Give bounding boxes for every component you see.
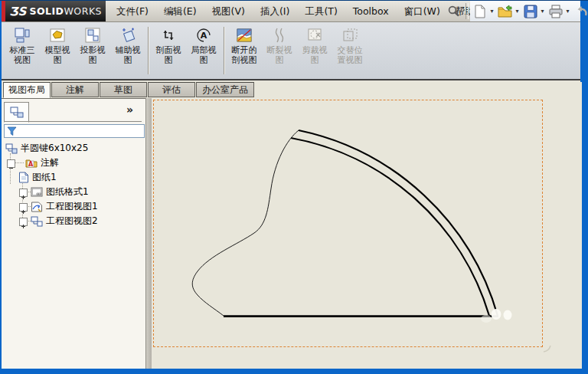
tree-item-sheet1[interactable]: 图纸1 <box>18 170 57 185</box>
workspace: 视图布局 注解 草图 评估 办公室产品 » <box>2 82 580 369</box>
search-button[interactable] <box>444 3 462 19</box>
button-label: 置视图 <box>338 55 363 65</box>
save-button[interactable] <box>522 3 539 20</box>
button-label: 断开的 <box>232 45 257 55</box>
button-label: 图 <box>200 55 208 65</box>
undo-icon <box>574 5 588 18</box>
button-label: 图 <box>311 55 319 65</box>
new-document-button[interactable] <box>472 3 488 20</box>
auxiliary-view-button[interactable]: 辅助视 图 <box>110 22 145 79</box>
menu-tools[interactable]: 工具(T) <box>297 1 345 21</box>
auxiliary-view-icon <box>119 27 136 44</box>
outer-arc-edge <box>299 130 498 316</box>
print-icon <box>548 5 564 18</box>
section-view-icon <box>160 27 177 44</box>
search-icon <box>447 5 460 18</box>
break-view-button[interactable]: 断裂视 图 <box>262 22 297 79</box>
alternate-position-view-button[interactable]: 交替位 置视图 <box>332 22 368 79</box>
feature-manager-panel: » <box>2 98 145 369</box>
button-label: 局部视 <box>191 45 217 55</box>
tree-item-annotations[interactable]: A 注解 <box>25 156 59 170</box>
button-label: 辅助视 <box>116 45 141 55</box>
expander-plus[interactable] <box>19 203 28 212</box>
new-document-icon <box>474 5 486 18</box>
panel-splitter[interactable] <box>145 98 152 369</box>
menu-toolbox[interactable]: Toolbox <box>345 1 397 21</box>
graphics-area[interactable] <box>152 82 582 369</box>
filter-funnel-icon <box>7 126 18 136</box>
new-dropdown-caret[interactable]: ▾ <box>488 8 495 15</box>
break-view-icon <box>271 27 288 44</box>
panel-divider <box>4 121 142 122</box>
tree-item-label: 图纸1 <box>32 171 57 184</box>
feature-tree: 半圆键6x10x25 A 注解 <box>2 141 145 369</box>
save-dropdown-caret[interactable]: ▾ <box>539 8 546 15</box>
tab-office-products[interactable]: 办公室产品 <box>196 82 254 97</box>
open-dropdown-caret[interactable]: ▾ <box>514 8 521 15</box>
button-label: 剪裁视 <box>302 45 328 55</box>
projected-view-icon <box>84 27 101 44</box>
tab-annotation[interactable]: 注解 <box>51 82 99 97</box>
tree-root-drawing[interactable]: 半圆键6x10x25 <box>5 141 88 156</box>
tab-sketch[interactable]: 草图 <box>100 82 147 97</box>
expander-plus[interactable] <box>19 189 28 197</box>
menu-file[interactable]: 文件(F) <box>109 1 156 21</box>
sheet-format-icon <box>31 187 43 197</box>
tree-item-sheet-format1[interactable]: 图纸格式1 <box>31 185 89 199</box>
button-label: 图 <box>124 55 132 65</box>
projected-view-button[interactable]: 投影视 图 <box>75 22 110 79</box>
detail-view-button[interactable]: A 局部视 图 <box>186 22 221 79</box>
menu-insert[interactable]: 插入(I) <box>253 1 297 21</box>
button-label: 交替位 <box>338 45 363 55</box>
svg-text:A: A <box>201 31 207 41</box>
window-content: ƷS SOLID WORKS 文件(F) 编辑(E) 视图(V) 插入(I) 工… <box>2 1 580 368</box>
panel-expand-chevron[interactable]: » <box>126 103 133 116</box>
section-view-button[interactable]: 剖面视 图 <box>151 22 186 79</box>
button-label: 图 <box>165 55 173 65</box>
svg-text:A: A <box>28 161 34 168</box>
solidworks-logo: ƷS SOLID WORKS <box>5 1 106 21</box>
inner-arc-edge <box>291 138 489 316</box>
sheet-icon <box>18 172 29 183</box>
open-button[interactable] <box>497 3 514 20</box>
save-floppy-icon <box>524 5 537 18</box>
tree-item-drawing-view1[interactable]: 工程图视图1 <box>31 199 98 214</box>
annotations-folder-icon: A <box>25 158 38 168</box>
break-spline-edge <box>192 130 299 316</box>
tab-evaluate[interactable]: 评估 <box>148 82 195 97</box>
button-label: 图 <box>89 55 97 65</box>
quick-access-toolbar: ▾ ▾ <box>470 1 580 21</box>
logo-mark: ƷS <box>9 5 26 18</box>
button-label: 投影视 <box>80 45 106 55</box>
tree-root-label: 半圆键6x10x25 <box>21 142 88 155</box>
button-label: 图 <box>54 55 62 65</box>
menu-window[interactable]: 窗口(W) <box>397 1 448 21</box>
tree-filter-field[interactable] <box>4 124 145 138</box>
menu-edit[interactable]: 编辑(E) <box>156 1 204 21</box>
undo-button[interactable] <box>573 3 588 20</box>
tree-item-drawing-view2[interactable]: 工程图视图2 <box>31 214 98 228</box>
model-view-button[interactable]: 模型视 图 <box>40 22 75 79</box>
button-label: 视图 <box>14 55 31 65</box>
menu-view[interactable]: 视图(V) <box>204 1 253 21</box>
logo-text-solid: SOLID <box>29 5 64 17</box>
expander-minus[interactable] <box>7 159 15 168</box>
toolbar-separator <box>148 27 149 74</box>
drawing-tree-icon <box>10 107 24 119</box>
button-label: 剖面视 <box>156 45 181 55</box>
print-dropdown-caret[interactable]: ▾ <box>564 8 571 15</box>
crop-view-button[interactable]: 剪裁视 图 <box>297 22 332 79</box>
title-bar: ƷS SOLID WORKS 文件(F) 编辑(E) 视图(V) 插入(I) 工… <box>2 1 580 22</box>
button-label: 剖视图 <box>232 55 257 65</box>
expander-plus[interactable] <box>19 218 28 226</box>
toolbar-separator <box>224 27 224 74</box>
drawing-view-geometry[interactable] <box>152 82 582 369</box>
feature-tree-tab[interactable] <box>4 102 29 123</box>
print-button[interactable] <box>547 3 564 20</box>
sheet-corner-curl <box>544 346 550 352</box>
tab-view-layout[interactable]: 视图布局 <box>3 82 51 98</box>
logo-text-works: WORKS <box>64 5 103 17</box>
standard-3-view-button[interactable]: 标准三 视图 <box>5 22 40 79</box>
menu-bar: 文件(F) 编辑(E) 视图(V) 插入(I) 工具(T) Toolbox 窗口… <box>109 1 497 21</box>
broken-out-section-button[interactable]: 断开的 剖视图 <box>227 22 262 79</box>
